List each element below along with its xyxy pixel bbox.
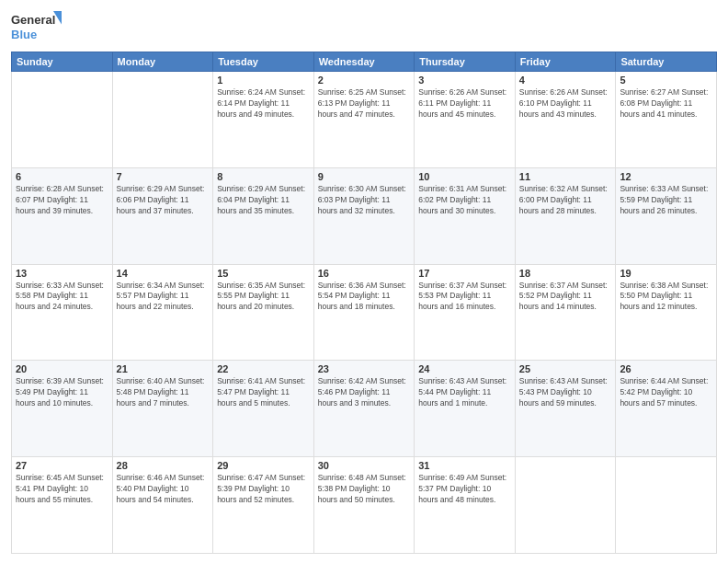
day-number: 25 [519,363,612,374]
logo-svg: General Blue [11,9,62,44]
day-info: Sunrise: 6:24 AM Sunset: 6:14 PM Dayligh… [217,87,310,121]
day-info: Sunrise: 6:49 AM Sunset: 5:37 PM Dayligh… [418,473,511,506]
calendar-cell: 7Sunrise: 6:29 AM Sunset: 6:06 PM Daylig… [112,167,213,264]
calendar-cell: 3Sunrise: 6:26 AM Sunset: 6:11 PM Daylig… [415,72,516,168]
day-info: Sunrise: 6:33 AM Sunset: 5:58 PM Dayligh… [16,281,108,314]
day-number: 8 [217,171,310,182]
calendar-cell: 21Sunrise: 6:40 AM Sunset: 5:48 PM Dayli… [112,361,213,457]
day-info: Sunrise: 6:43 AM Sunset: 5:43 PM Dayligh… [519,376,612,409]
day-info: Sunrise: 6:29 AM Sunset: 6:04 PM Dayligh… [217,184,310,217]
svg-text:General: General [11,13,55,27]
day-info: Sunrise: 6:40 AM Sunset: 5:48 PM Dayligh… [117,376,210,409]
day-number: 18 [519,268,612,279]
calendar-cell: 17Sunrise: 6:37 AM Sunset: 5:53 PM Dayli… [415,264,516,361]
day-info: Sunrise: 6:46 AM Sunset: 5:40 PM Dayligh… [117,473,210,506]
day-number: 14 [117,268,210,279]
day-info: Sunrise: 6:26 AM Sunset: 6:11 PM Dayligh… [418,87,511,121]
calendar-cell: 25Sunrise: 6:43 AM Sunset: 5:43 PM Dayli… [515,361,616,457]
page-container: General Blue SundayMondayTuesdayWednesda… [0,0,728,563]
day-number: 20 [16,363,108,374]
day-number: 15 [217,268,310,279]
calendar-cell: 8Sunrise: 6:29 AM Sunset: 6:04 PM Daylig… [213,167,314,264]
week-row-2: 6Sunrise: 6:28 AM Sunset: 6:07 PM Daylig… [12,167,717,264]
day-info: Sunrise: 6:39 AM Sunset: 5:49 PM Dayligh… [16,376,108,409]
calendar-cell: 31Sunrise: 6:49 AM Sunset: 5:37 PM Dayli… [415,457,516,554]
day-number: 26 [620,363,712,374]
day-number: 17 [418,268,511,279]
day-number: 4 [519,75,612,86]
day-info: Sunrise: 6:27 AM Sunset: 6:08 PM Dayligh… [620,87,712,121]
week-row-4: 20Sunrise: 6:39 AM Sunset: 5:49 PM Dayli… [12,361,717,457]
day-info: Sunrise: 6:37 AM Sunset: 5:52 PM Dayligh… [519,281,612,314]
day-info: Sunrise: 6:38 AM Sunset: 5:50 PM Dayligh… [620,281,712,314]
logo: General Blue [11,9,62,44]
day-number: 2 [318,75,411,86]
calendar-cell: 14Sunrise: 6:34 AM Sunset: 5:57 PM Dayli… [112,264,213,361]
calendar-cell: 24Sunrise: 6:43 AM Sunset: 5:44 PM Dayli… [415,361,516,457]
calendar-cell: 20Sunrise: 6:39 AM Sunset: 5:49 PM Dayli… [12,361,113,457]
calendar-cell [12,72,113,168]
day-number: 11 [519,171,612,182]
calendar-cell: 22Sunrise: 6:41 AM Sunset: 5:47 PM Dayli… [213,361,314,457]
day-number: 19 [620,268,712,279]
day-number: 16 [318,268,411,279]
day-number: 3 [418,75,511,86]
day-info: Sunrise: 6:33 AM Sunset: 5:59 PM Dayligh… [620,184,712,217]
day-number: 31 [418,460,511,471]
day-number: 1 [217,75,310,86]
week-row-5: 27Sunrise: 6:45 AM Sunset: 5:41 PM Dayli… [12,457,717,554]
weekday-header-monday: Monday [112,52,213,72]
day-number: 12 [620,171,712,182]
day-number: 29 [217,460,310,471]
day-info: Sunrise: 6:30 AM Sunset: 6:03 PM Dayligh… [318,184,411,217]
day-info: Sunrise: 6:35 AM Sunset: 5:55 PM Dayligh… [217,281,310,314]
calendar-cell: 1Sunrise: 6:24 AM Sunset: 6:14 PM Daylig… [213,72,314,168]
calendar-cell: 6Sunrise: 6:28 AM Sunset: 6:07 PM Daylig… [12,167,113,264]
day-number: 30 [318,460,411,471]
day-info: Sunrise: 6:31 AM Sunset: 6:02 PM Dayligh… [418,184,511,217]
day-info: Sunrise: 6:43 AM Sunset: 5:44 PM Dayligh… [418,376,511,409]
weekday-header-saturday: Saturday [616,52,717,72]
day-number: 22 [217,363,310,374]
week-row-1: 1Sunrise: 6:24 AM Sunset: 6:14 PM Daylig… [12,72,717,168]
calendar-cell: 13Sunrise: 6:33 AM Sunset: 5:58 PM Dayli… [12,264,113,361]
day-info: Sunrise: 6:36 AM Sunset: 5:54 PM Dayligh… [318,281,411,314]
day-info: Sunrise: 6:29 AM Sunset: 6:06 PM Dayligh… [117,184,210,217]
svg-text:Blue: Blue [11,28,37,41]
weekday-header-wednesday: Wednesday [313,52,415,72]
calendar-cell: 29Sunrise: 6:47 AM Sunset: 5:39 PM Dayli… [213,457,314,554]
day-number: 21 [117,363,210,374]
calendar-cell: 5Sunrise: 6:27 AM Sunset: 6:08 PM Daylig… [616,72,717,168]
day-number: 10 [418,171,511,182]
day-info: Sunrise: 6:25 AM Sunset: 6:13 PM Dayligh… [318,87,411,121]
day-info: Sunrise: 6:45 AM Sunset: 5:41 PM Dayligh… [16,473,108,506]
weekday-header-row: SundayMondayTuesdayWednesdayThursdayFrid… [12,52,717,72]
calendar-cell: 18Sunrise: 6:37 AM Sunset: 5:52 PM Dayli… [515,264,616,361]
calendar-cell: 28Sunrise: 6:46 AM Sunset: 5:40 PM Dayli… [112,457,213,554]
calendar-cell: 9Sunrise: 6:30 AM Sunset: 6:03 PM Daylig… [313,167,415,264]
calendar-cell: 27Sunrise: 6:45 AM Sunset: 5:41 PM Dayli… [12,457,113,554]
day-info: Sunrise: 6:37 AM Sunset: 5:53 PM Dayligh… [418,281,511,314]
weekday-header-friday: Friday [515,52,616,72]
calendar-cell: 12Sunrise: 6:33 AM Sunset: 5:59 PM Dayli… [616,167,717,264]
day-number: 5 [620,75,712,86]
day-number: 27 [16,460,108,471]
calendar-cell [112,72,213,168]
week-row-3: 13Sunrise: 6:33 AM Sunset: 5:58 PM Dayli… [12,264,717,361]
day-info: Sunrise: 6:28 AM Sunset: 6:07 PM Dayligh… [16,184,108,217]
day-number: 7 [117,171,210,182]
day-number: 13 [16,268,108,279]
calendar-cell: 26Sunrise: 6:44 AM Sunset: 5:42 PM Dayli… [616,361,717,457]
day-info: Sunrise: 6:42 AM Sunset: 5:46 PM Dayligh… [318,376,411,409]
day-info: Sunrise: 6:34 AM Sunset: 5:57 PM Dayligh… [117,281,210,314]
weekday-header-tuesday: Tuesday [213,52,314,72]
day-info: Sunrise: 6:41 AM Sunset: 5:47 PM Dayligh… [217,376,310,409]
calendar-cell: 15Sunrise: 6:35 AM Sunset: 5:55 PM Dayli… [213,264,314,361]
calendar-cell: 23Sunrise: 6:42 AM Sunset: 5:46 PM Dayli… [313,361,415,457]
day-info: Sunrise: 6:26 AM Sunset: 6:10 PM Dayligh… [519,87,612,121]
day-info: Sunrise: 6:47 AM Sunset: 5:39 PM Dayligh… [217,473,310,506]
day-number: 6 [16,171,108,182]
calendar-cell [515,457,616,554]
calendar-cell: 30Sunrise: 6:48 AM Sunset: 5:38 PM Dayli… [313,457,415,554]
calendar-cell: 10Sunrise: 6:31 AM Sunset: 6:02 PM Dayli… [415,167,516,264]
